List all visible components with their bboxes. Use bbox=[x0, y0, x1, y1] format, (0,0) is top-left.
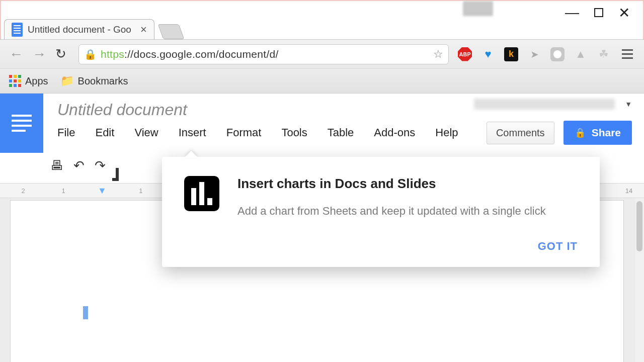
new-tab-button[interactable] bbox=[157, 24, 184, 39]
docs-home-button[interactable] bbox=[0, 94, 43, 153]
tab-strip: Untitled document - Goo × bbox=[4, 16, 640, 39]
url-text: https://docs.google.com/document/d/ bbox=[101, 48, 279, 60]
ruler-mark: 1 bbox=[135, 187, 147, 195]
popover-arrow bbox=[184, 151, 198, 158]
bookmarks-bar: Apps 📁 Bookmarks bbox=[0, 68, 644, 94]
folder-icon: 📁 bbox=[60, 74, 74, 87]
bookmark-star-icon[interactable]: ☆ bbox=[433, 48, 443, 61]
menu-view[interactable]: View bbox=[134, 126, 158, 139]
print-icon[interactable]: 🖶 bbox=[50, 158, 63, 173]
chart-icon bbox=[184, 176, 219, 211]
url-protocol: https bbox=[101, 48, 124, 60]
menu-insert[interactable]: Insert bbox=[179, 126, 206, 139]
text-caret bbox=[83, 306, 88, 319]
scrollbar[interactable] bbox=[635, 198, 644, 362]
bookmarks-folder[interactable]: 📁 Bookmarks bbox=[60, 74, 128, 87]
back-icon[interactable]: ← bbox=[9, 46, 23, 62]
url-path: /document/d/ bbox=[216, 48, 279, 60]
extension-ghost-icon[interactable]: ☘ bbox=[597, 47, 611, 61]
menu-addons[interactable]: Add-ons bbox=[374, 126, 415, 139]
titlebar-blur bbox=[463, 1, 493, 16]
apps-button[interactable]: Apps bbox=[9, 75, 48, 87]
ruler-mark: 2 bbox=[17, 187, 29, 195]
lock-icon: 🔒 bbox=[575, 127, 586, 138]
adblock-extension-icon[interactable]: ABP bbox=[458, 47, 472, 61]
forward-icon[interactable]: → bbox=[32, 46, 46, 62]
extension-circle-icon[interactable] bbox=[550, 47, 565, 61]
tab-close-icon[interactable]: × bbox=[140, 23, 147, 36]
share-label: Share bbox=[592, 127, 621, 139]
menu-format[interactable]: Format bbox=[226, 126, 262, 139]
indent-marker-icon[interactable]: ▼ bbox=[98, 186, 107, 196]
apps-grid-icon bbox=[9, 75, 21, 87]
account-area[interactable]: ▼ bbox=[474, 99, 632, 110]
docs-header: ▼ Untitled document File Edit View Inser… bbox=[43, 94, 644, 153]
docs-favicon-icon bbox=[12, 23, 23, 37]
menu-tools[interactable]: Tools bbox=[281, 126, 307, 139]
apps-label: Apps bbox=[25, 75, 48, 87]
address-bar[interactable]: 🔒 https://docs.google.com/document/d/ ☆ bbox=[78, 44, 449, 64]
feature-popover: Insert charts in Docs and Slides Add a c… bbox=[162, 157, 600, 267]
popover-content: Insert charts in Docs and Slides Add a c… bbox=[237, 176, 578, 253]
user-email-blurred bbox=[474, 99, 615, 110]
lock-icon: 🔒 bbox=[84, 48, 97, 60]
header-actions: Comments 🔒 Share bbox=[487, 121, 632, 145]
ruler-mark: 1 bbox=[57, 187, 69, 195]
bookmarks-label: Bookmarks bbox=[78, 75, 128, 87]
redo-icon[interactable]: ↷ bbox=[95, 158, 106, 173]
popover-title: Insert charts in Docs and Slides bbox=[237, 176, 578, 192]
reload-icon[interactable]: ↻ bbox=[55, 46, 66, 62]
extension-cursor-icon[interactable]: ➤ bbox=[527, 47, 541, 61]
docs-toolbar: 🖶 ↶ ↷ bbox=[50, 158, 116, 173]
extension-k-icon[interactable]: k bbox=[504, 47, 518, 61]
share-button[interactable]: 🔒 Share bbox=[564, 121, 632, 145]
got-it-button[interactable]: GOT IT bbox=[538, 240, 578, 252]
menu-table[interactable]: Table bbox=[328, 126, 354, 139]
menu-file[interactable]: File bbox=[57, 126, 75, 139]
docs-app: ▼ Untitled document File Edit View Inser… bbox=[0, 94, 644, 362]
browser-toolbar: ← → ↻ 🔒 https://docs.google.com/document… bbox=[0, 39, 644, 68]
browser-tab[interactable]: Untitled document - Goo × bbox=[4, 19, 154, 39]
chrome-menu-icon[interactable] bbox=[620, 47, 635, 61]
menu-edit[interactable]: Edit bbox=[95, 126, 114, 139]
url-host: ://docs.google.com bbox=[124, 48, 216, 60]
menu-help[interactable]: Help bbox=[435, 126, 458, 139]
extension-v-icon[interactable]: ♥ bbox=[481, 47, 495, 61]
undo-icon[interactable]: ↶ bbox=[73, 158, 85, 173]
tab-title: Untitled document - Goo bbox=[28, 24, 131, 35]
chevron-down-icon: ▼ bbox=[625, 100, 632, 108]
comments-button[interactable]: Comments bbox=[487, 122, 554, 144]
ruler-mark: 14 bbox=[623, 187, 635, 195]
docs-logo-icon bbox=[12, 115, 32, 132]
popover-body: Add a chart from Sheets and keep it upda… bbox=[237, 203, 578, 220]
drive-extension-icon[interactable]: ▲ bbox=[574, 47, 588, 61]
